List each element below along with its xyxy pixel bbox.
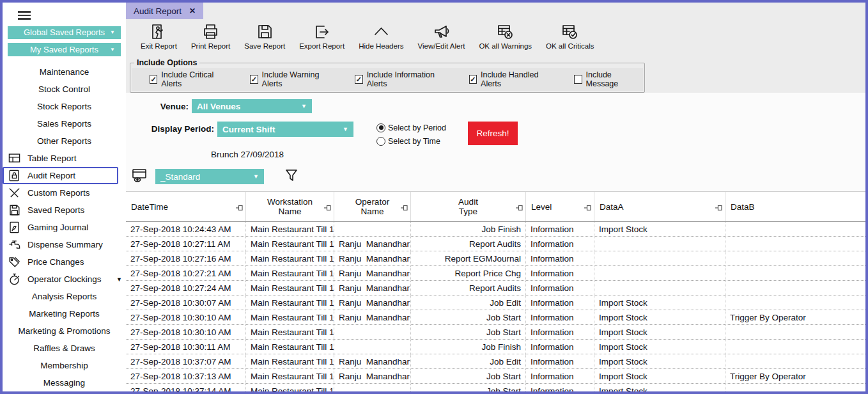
table-row[interactable]: 27-Sep-2018 10:27:16 AM Main Restaurant … — [126, 251, 865, 266]
pin-icon[interactable] — [715, 203, 722, 213]
layout-preset-dropdown[interactable]: _Standard ▼ — [155, 169, 264, 184]
cell-operator: Ranju Manandhar — [334, 237, 411, 251]
filter-button[interactable] — [284, 168, 298, 185]
my-saved-reports-dropdown[interactable]: My Saved Reports ▼ — [8, 43, 121, 56]
table-row[interactable]: 27-Sep-2018 10:30:07 AM Main Restaurant … — [126, 296, 865, 310]
sidebar-item[interactable]: Raffles & Draws — [3, 340, 126, 357]
display-period-label: Display Period: — [126, 122, 217, 137]
radio-icon[interactable] — [376, 123, 385, 132]
chevron-down-icon: ▼ — [110, 29, 115, 35]
sidebar-item-operator-clockings[interactable]: Operator Clockings ▼ — [3, 271, 126, 288]
view-layout-button[interactable] — [131, 167, 148, 186]
include-option-checkbox[interactable]: Include Warning Alerts — [250, 70, 330, 88]
column-header-datetime[interactable]: DateTime — [126, 192, 246, 221]
cell-dataA: Import Stock — [594, 310, 725, 324]
pin-icon[interactable] — [516, 203, 523, 213]
print-report-button[interactable]: Print Report — [184, 22, 237, 51]
column-header-level[interactable]: Level — [526, 192, 594, 221]
sidebar-item[interactable]: Maintenance — [3, 63, 126, 81]
sidebar-item-table-report[interactable]: Table Report — [3, 150, 126, 167]
pin-icon[interactable] — [584, 203, 591, 213]
column-header-workstation[interactable]: Workstation Name — [246, 192, 334, 221]
cell-operator — [334, 384, 411, 391]
cell-level: Information — [526, 237, 594, 251]
megaphone-icon — [433, 23, 450, 40]
sidebar-item-audit-report[interactable]: Audit Report — [3, 167, 118, 184]
checkbox-label: Include Information Alerts — [367, 70, 445, 88]
checkbox-icon[interactable] — [469, 75, 477, 84]
pin-icon[interactable] — [324, 203, 331, 213]
cell-operator: Ranju Manandhar — [334, 266, 411, 280]
view-edit-alert-button[interactable]: View/Edit Alert — [410, 22, 472, 51]
radio-icon[interactable] — [376, 137, 385, 146]
refresh-button[interactable]: Refresh! — [468, 122, 518, 145]
checkbox-icon[interactable] — [574, 75, 582, 84]
sidebar-item-label: Dispense Summary — [27, 240, 103, 249]
sidebar-item-saved-reports[interactable]: Saved Reports — [3, 201, 126, 219]
table-row[interactable]: 27-Sep-2018 10:30:10 AM Main Restaurant … — [126, 325, 865, 340]
sidebar-item-gaming-journal[interactable]: Gaming Journal — [3, 219, 126, 236]
ok-all-warnings-button[interactable]: OK all Warnings — [472, 22, 539, 51]
select-by-radio[interactable]: Select by Time — [376, 135, 446, 147]
chevron-down-icon: ▼ — [110, 47, 115, 52]
table-row[interactable]: 27-Sep-2018 10:27:21 AM Main Restaurant … — [126, 266, 865, 281]
sidebar-item-price-changes[interactable]: Price Changes — [3, 253, 126, 271]
cell-dataB — [725, 325, 865, 339]
export-report-button[interactable]: Export Report — [292, 22, 352, 51]
sidebar-item[interactable]: Marketing & Promotions — [3, 322, 126, 340]
checkbox-icon[interactable] — [250, 75, 258, 84]
include-option-checkbox[interactable]: Include Information Alerts — [355, 70, 444, 88]
table-row[interactable]: 27-Sep-2018 10:24:43 AM Main Restaurant … — [126, 222, 865, 237]
cell-audit-type: Job Finish — [411, 222, 526, 236]
chevron-down-icon[interactable]: ▼ — [116, 276, 122, 283]
sidebar-item[interactable]: Sales Reports — [3, 115, 126, 132]
sidebar-item[interactable]: Stock Control — [3, 81, 126, 98]
sidebar-item-dispense-summary[interactable]: Dispense Summary — [3, 236, 126, 253]
cell-datetime: 27-Sep-2018 10:37:14 AM — [126, 384, 246, 391]
table-row[interactable]: 27-Sep-2018 10:37:13 AM Main Restaurant … — [126, 369, 865, 384]
sidebar-item-custom-reports[interactable]: Custom Reports — [3, 184, 126, 201]
hamburger-menu-icon[interactable] — [18, 9, 31, 22]
hide-headers-button[interactable]: Hide Headers — [352, 22, 410, 51]
include-option-checkbox[interactable]: Include Message — [574, 70, 638, 88]
venue-dropdown[interactable]: All Venues ▼ — [192, 99, 312, 113]
global-saved-reports-dropdown[interactable]: Global Saved Reports ▼ — [8, 26, 121, 40]
exit-report-button[interactable]: Exit Report — [134, 22, 184, 51]
column-header-operator[interactable]: Operator Name — [334, 192, 411, 221]
sidebar-item[interactable]: Messaging — [3, 374, 126, 391]
pin-icon[interactable] — [401, 203, 408, 213]
checkbox-icon[interactable] — [150, 75, 157, 84]
cell-level: Information — [526, 281, 594, 295]
sidebar-item[interactable]: Analysis Reports — [3, 288, 126, 305]
cell-dataA: Import Stock — [594, 222, 725, 236]
close-icon[interactable]: ✕ — [189, 6, 196, 15]
table-row[interactable]: 27-Sep-2018 10:37:07 AM Main Restaurant … — [126, 354, 865, 369]
column-header-audit-type[interactable]: Audit Type — [411, 192, 526, 221]
table-row[interactable]: 27-Sep-2018 10:27:11 AM Main Restaurant … — [126, 237, 865, 251]
cell-dataA: Import Stock — [594, 296, 725, 310]
select-by-radio[interactable]: Select by Period — [376, 122, 446, 134]
column-header-dataA[interactable]: DataA — [594, 192, 725, 221]
table-row[interactable]: 27-Sep-2018 10:30:10 AM Main Restaurant … — [126, 310, 865, 325]
cell-operator — [334, 340, 411, 354]
checkbox-label: Include Critical Alerts — [161, 70, 226, 88]
sidebar-item[interactable]: Stock Reports — [3, 98, 126, 115]
ok-all-criticals-button[interactable]: OK all Criticals — [539, 22, 601, 51]
cell-datetime: 27-Sep-2018 10:37:13 AM — [126, 369, 246, 383]
display-period-dropdown[interactable]: Current Shift ▼ — [217, 122, 353, 137]
include-option-checkbox[interactable]: Include Critical Alerts — [150, 70, 226, 88]
table-row[interactable]: 27-Sep-2018 10:30:11 AM Main Restaurant … — [126, 340, 865, 354]
tab-audit-report[interactable]: Audit Report ✕ — [126, 3, 203, 19]
sidebar-item[interactable]: Membership — [3, 357, 126, 374]
pin-icon[interactable] — [236, 203, 243, 213]
column-header-dataB[interactable]: DataB — [725, 192, 865, 221]
cell-level: Information — [526, 310, 594, 324]
sidebar-item[interactable]: Other Reports — [3, 132, 126, 150]
cell-level: Information — [526, 251, 594, 265]
save-report-button[interactable]: Save Report — [237, 22, 292, 51]
sidebar-item[interactable]: Marketing Reports — [3, 305, 126, 322]
checkbox-icon[interactable] — [355, 75, 362, 84]
table-row[interactable]: 27-Sep-2018 10:37:14 AM Main Restaurant … — [126, 384, 865, 391]
table-row[interactable]: 27-Sep-2018 10:27:24 AM Main Restaurant … — [126, 281, 865, 296]
include-option-checkbox[interactable]: Include Handled Alerts — [469, 70, 550, 88]
